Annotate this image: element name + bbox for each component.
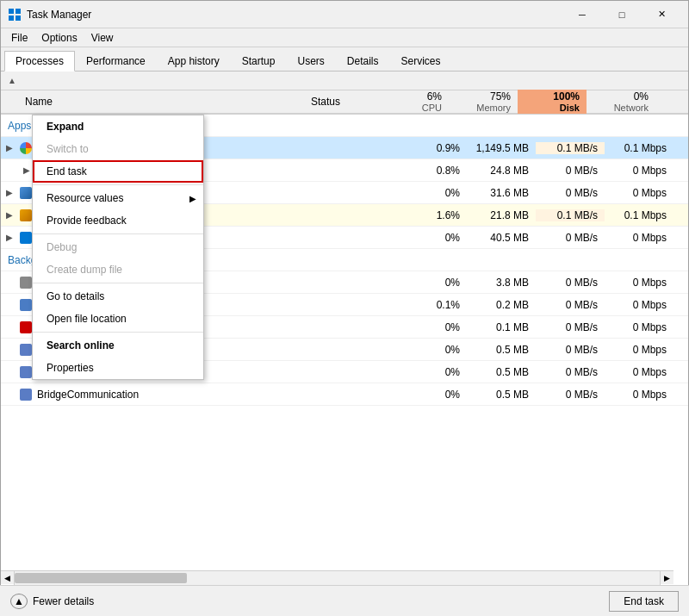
column-headers: Name Status 6% CPU 75% Memory 100% Disk …	[1, 90, 688, 115]
tab-services[interactable]: Services	[390, 50, 452, 71]
horizontal-scrollbar[interactable]: ◀ ▶	[1, 570, 673, 584]
expand-icon[interactable]: ▶	[1, 210, 18, 220]
minimize-button[interactable]: ─	[562, 1, 602, 28]
row-memory-cell: 40.5 MB	[467, 232, 536, 244]
row-disk-cell: 0 MB/s	[536, 389, 605, 401]
tab-bar: Processes Performance App history Startu…	[1, 47, 688, 72]
sort-row: ▲	[1, 72, 688, 90]
menu-view[interactable]: View	[84, 30, 121, 46]
col-header-disk[interactable]: 100% Disk	[518, 90, 587, 114]
col-header-memory[interactable]: 75% Memory	[449, 90, 518, 113]
svg-rect-1	[16, 9, 21, 14]
row-memory-cell: 31.6 MB	[467, 187, 536, 199]
ctx-open-file-location[interactable]: Open file location	[33, 308, 203, 330]
row-network-cell: 0 Mbps	[605, 366, 673, 378]
row-memory-cell: 0.5 MB	[467, 366, 536, 378]
row-cpu-cell: 1.6%	[407, 209, 467, 221]
row-network-cell: 0 Mbps	[605, 232, 673, 244]
tab-performance[interactable]: Performance	[75, 50, 157, 71]
scroll-right-button[interactable]: ▶	[660, 571, 673, 585]
expand-icon[interactable]: ▶	[1, 188, 18, 197]
row-network-cell: 0 Mbps	[605, 299, 673, 311]
row-memory-cell: 3.8 MB	[467, 277, 536, 289]
tab-startup[interactable]: Startup	[231, 50, 287, 71]
row-memory-cell: 0.5 MB	[467, 344, 536, 356]
ctx-resource-values[interactable]: Resource values ▶	[33, 187, 203, 209]
row-network-cell: 0.1 Mbps	[605, 142, 673, 154]
svg-rect-3	[16, 16, 21, 21]
row-memory-cell: 21.8 MB	[467, 209, 536, 221]
col-header-name[interactable]: Name	[18, 96, 311, 108]
row-network-cell: 0 Mbps	[605, 321, 673, 333]
ctx-search-online[interactable]: Search online	[33, 334, 203, 357]
content-area: ▲ Name Status 6% CPU 75% Memory 100% Dis…	[1, 72, 688, 615]
end-task-button[interactable]: End task	[609, 591, 679, 612]
ctx-separator-1	[33, 184, 203, 185]
fewer-details-label: Fewer details	[33, 595, 94, 607]
col-header-network[interactable]: 0% Network	[587, 90, 655, 113]
row-cpu-cell: 0%	[407, 321, 467, 333]
row-network-cell: 0 Mbps	[605, 389, 673, 401]
row-name-cell: BridgeCommunication	[37, 389, 329, 401]
row-network-cell: 0 Mbps	[605, 277, 673, 289]
ctx-create-dump: Create dump file	[33, 258, 203, 281]
scroll-track[interactable]	[15, 571, 660, 585]
svg-rect-2	[9, 16, 14, 21]
row-memory-cell: 1,149.5 MB	[467, 142, 536, 154]
row-cpu-cell: 0.9%	[407, 142, 467, 154]
row-memory-cell: 0.2 MB	[467, 299, 536, 311]
fewer-details-button[interactable]: ▲ Fewer details	[10, 594, 94, 609]
task-manager-window: Task Manager ─ □ ✕ File Options View Pro…	[0, 0, 689, 616]
expand-icon[interactable]: ▶	[1, 143, 18, 152]
tab-users[interactable]: Users	[286, 50, 335, 71]
ctx-expand[interactable]: Expand	[33, 115, 203, 138]
row-disk-cell: 0 MB/s	[536, 344, 605, 356]
menu-bar: File Options View	[1, 28, 688, 47]
ctx-separator-3	[33, 283, 203, 283]
row-memory-cell: 0.5 MB	[467, 389, 536, 401]
row-disk-cell: 0.1 MB/s	[536, 209, 605, 221]
row-memory-cell: 24.8 MB	[467, 165, 536, 177]
row-disk-cell: 0 MB/s	[536, 165, 605, 177]
scroll-left-button[interactable]: ◀	[1, 571, 15, 585]
col-header-cpu[interactable]: 6% CPU	[388, 90, 449, 113]
close-button[interactable]: ✕	[642, 1, 681, 28]
tab-details[interactable]: Details	[336, 50, 390, 71]
row-disk-cell: 0 MB/s	[536, 187, 605, 199]
scroll-thumb[interactable]	[15, 573, 187, 583]
row-network-cell: 0 Mbps	[605, 187, 673, 199]
title-bar: Task Manager ─ □ ✕	[1, 1, 688, 28]
ctx-go-to-details[interactable]: Go to details	[33, 285, 203, 308]
app-icon	[8, 8, 22, 22]
row-cpu-cell: 0.1%	[407, 299, 467, 311]
row-disk-cell: 0 MB/s	[536, 366, 605, 378]
row-disk-cell: 0 MB/s	[536, 232, 605, 244]
menu-options[interactable]: Options	[34, 30, 84, 46]
row-network-cell: 0 Mbps	[605, 344, 673, 356]
tab-processes[interactable]: Processes	[4, 51, 75, 72]
row-cpu-cell: 0%	[407, 366, 467, 378]
tab-app-history[interactable]: App history	[157, 50, 231, 71]
sort-chevron-icon: ▲	[8, 76, 16, 85]
fewer-details-arrow-icon: ▲	[10, 594, 28, 609]
ctx-provide-feedback[interactable]: Provide feedback	[33, 209, 203, 232]
context-menu: Expand Switch to End task Resource value…	[32, 115, 204, 380]
row-cpu-cell: 0%	[407, 187, 467, 199]
row-disk-cell: 0.1 MB/s	[536, 142, 605, 154]
menu-file[interactable]: File	[4, 30, 34, 46]
ctx-separator-2	[33, 233, 203, 234]
window-title: Task Manager	[27, 9, 562, 21]
row-cpu-cell: 0%	[407, 277, 467, 289]
row-disk-cell: 0 MB/s	[536, 277, 605, 289]
maximize-button[interactable]: □	[602, 1, 642, 28]
expand-icon[interactable]: ▶	[1, 233, 18, 242]
row-cpu-cell: 0.8%	[407, 165, 467, 177]
row-memory-cell: 0.1 MB	[467, 321, 536, 333]
table-row[interactable]: BridgeCommunication 0% 0.5 MB 0 MB/s 0 M…	[1, 383, 688, 406]
col-header-status[interactable]: Status	[311, 96, 388, 108]
svg-rect-0	[9, 9, 14, 14]
ctx-properties[interactable]: Properties	[33, 357, 203, 379]
ctx-debug: Debug	[33, 236, 203, 258]
ctx-switch-to: Switch to	[33, 138, 203, 160]
ctx-end-task[interactable]: End task	[33, 160, 203, 183]
